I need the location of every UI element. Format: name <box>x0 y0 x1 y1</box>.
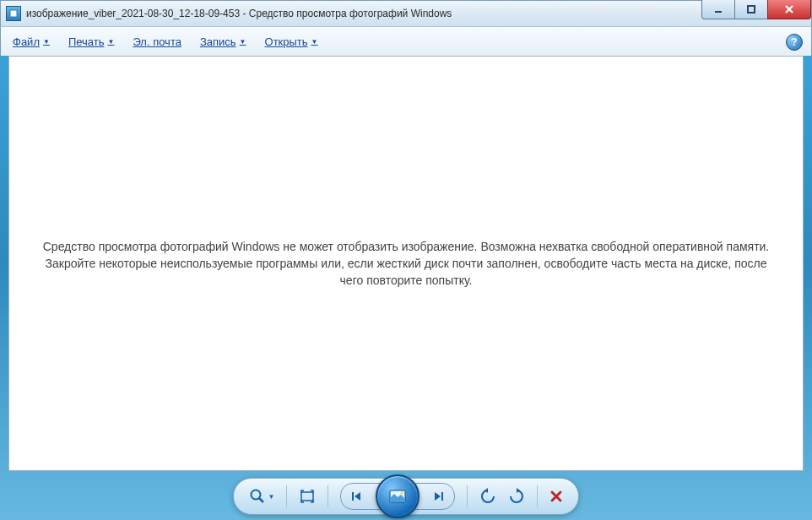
toolbar-pill: ▼ <box>233 478 580 515</box>
chevron-down-icon: ▼ <box>43 38 50 46</box>
title-bar: изображение_viber_2021-08-30_12-18-09-45… <box>0 0 812 27</box>
rotate-ccw-icon <box>479 488 496 505</box>
prev-icon <box>350 490 364 502</box>
player-toolbar: ▼ <box>0 478 812 515</box>
window-title: изображение_viber_2021-08-30_12-18-09-45… <box>26 8 452 19</box>
zoom-group: ▼ <box>249 488 275 505</box>
svg-rect-9 <box>441 492 443 501</box>
maximize-button[interactable] <box>734 0 768 19</box>
slideshow-button[interactable] <box>376 474 420 518</box>
separator <box>467 485 468 507</box>
menu-open[interactable]: Открыть ▼ <box>265 35 318 48</box>
navigation-group <box>340 474 455 518</box>
menu-email[interactable]: Эл. почта <box>133 35 181 48</box>
svg-rect-1 <box>715 11 722 13</box>
next-button[interactable] <box>414 483 455 510</box>
svg-rect-6 <box>352 492 354 501</box>
menu-email-label: Эл. почта <box>133 35 181 48</box>
error-message: Средство просмотра фотографий Windows не… <box>35 238 777 290</box>
menu-burn-label: Запись <box>200 35 236 48</box>
delete-icon <box>549 490 563 503</box>
delete-button[interactable] <box>549 490 563 503</box>
app-icon <box>6 6 21 21</box>
chevron-down-icon: ▼ <box>311 38 318 46</box>
image-viewport: Средство просмотра фотографий Windows не… <box>8 56 804 471</box>
rotate-ccw-button[interactable] <box>479 488 496 505</box>
caption-buttons <box>702 0 811 19</box>
separator <box>286 485 287 507</box>
minimize-icon <box>713 4 723 14</box>
help-button[interactable]: ? <box>786 34 803 51</box>
chevron-down-icon: ▼ <box>240 38 246 46</box>
menu-file-label: Файл <box>13 35 40 48</box>
rotate-cw-icon <box>508 488 525 505</box>
menu-burn[interactable]: Запись ▼ <box>200 35 246 48</box>
close-icon <box>783 3 795 15</box>
next-icon <box>431 490 445 502</box>
menu-file[interactable]: Файл ▼ <box>13 35 50 48</box>
minimize-button[interactable] <box>701 0 735 19</box>
close-button[interactable] <box>767 0 811 19</box>
previous-button[interactable] <box>340 483 381 510</box>
zoom-button[interactable] <box>249 488 266 505</box>
svg-line-4 <box>259 498 263 502</box>
help-icon: ? <box>791 36 797 48</box>
maximize-icon <box>746 4 756 14</box>
rotate-group <box>479 488 525 505</box>
svg-point-3 <box>251 490 260 500</box>
slideshow-icon <box>387 486 408 506</box>
menu-print-label: Печать <box>68 35 105 48</box>
fit-icon <box>299 488 316 505</box>
magnifier-icon <box>249 488 266 505</box>
menu-print[interactable]: Печать ▼ <box>68 35 115 48</box>
chevron-down-icon: ▼ <box>107 38 114 46</box>
fit-button[interactable] <box>299 488 316 505</box>
separator <box>328 485 328 507</box>
menu-bar: Файл ▼ Печать ▼ Эл. почта Запись ▼ Откры… <box>0 27 812 56</box>
rotate-cw-button[interactable] <box>508 488 525 505</box>
separator <box>537 485 538 507</box>
menu-open-label: Открыть <box>265 35 308 48</box>
svg-rect-5 <box>301 492 313 501</box>
zoom-dropdown[interactable]: ▼ <box>268 493 275 501</box>
svg-rect-2 <box>748 6 755 13</box>
svg-rect-0 <box>10 10 17 17</box>
svg-point-8 <box>401 491 403 494</box>
